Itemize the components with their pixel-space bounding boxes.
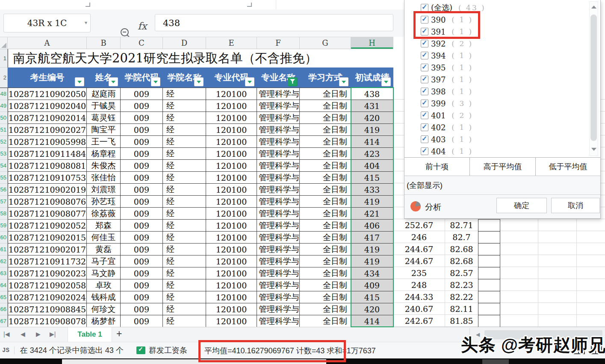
cancel-button[interactable]: 取消 bbox=[551, 198, 600, 213]
first-sheet-icon[interactable]: |◀ bbox=[3, 331, 9, 338]
cell-major-code[interactable]: 120100 bbox=[206, 267, 257, 279]
filter-list-item[interactable]: ✓ (全选) ( 43 ) bbox=[404, 2, 586, 14]
checkbox-checked[interactable]: ✓ bbox=[421, 40, 428, 47]
bordered-empty-column[interactable] bbox=[478, 219, 500, 327]
cell-college-name[interactable]: 经 bbox=[163, 184, 206, 196]
top-ten-button[interactable]: 前十项 bbox=[404, 158, 470, 176]
fx-icon[interactable]: fx bbox=[138, 21, 147, 32]
cell-score[interactable]: 417 bbox=[351, 232, 393, 244]
row-number[interactable]: 60 bbox=[0, 232, 8, 244]
next-sheet-icon[interactable]: ▶ bbox=[36, 331, 41, 338]
cell-score[interactable]: 419 bbox=[351, 244, 393, 255]
cell-name[interactable]: 钱科成 bbox=[87, 291, 121, 303]
cell-score[interactable]: 438 bbox=[351, 88, 393, 100]
cell-candidate-id[interactable]: 102871210902017 bbox=[8, 244, 87, 255]
cell-candidate-id[interactable]: 102871210902050 bbox=[8, 88, 87, 100]
show-all-link[interactable]: (全部显示) bbox=[404, 176, 600, 195]
cell-college-code[interactable]: 009 bbox=[121, 232, 163, 244]
cell-weighted-score[interactable]: 82.11 bbox=[445, 303, 478, 315]
cell-score[interactable]: 414 bbox=[351, 315, 393, 327]
cell-college-name[interactable]: 经 bbox=[163, 136, 206, 148]
cell-college-code[interactable]: 009 bbox=[121, 172, 163, 184]
name-box[interactable]: 43R x 1C ▾ bbox=[3, 14, 91, 32]
filter-list-item[interactable]: ✓ 401 ( 2 ) bbox=[404, 109, 586, 121]
cell-candidate-id[interactable]: 102871210902027 bbox=[8, 124, 87, 136]
cell-candidate-id[interactable]: 102871210908077 bbox=[8, 208, 87, 220]
header-college-name[interactable]: 学院名称 bbox=[163, 68, 206, 88]
row-number[interactable]: 67 bbox=[0, 315, 8, 327]
cell-college-name[interactable]: 经 bbox=[163, 148, 206, 160]
cell-major-name[interactable]: 管理科学与 bbox=[257, 172, 300, 184]
cell-major-code[interactable]: 120100 bbox=[206, 160, 257, 172]
prev-sheet-icon[interactable]: ◀ bbox=[21, 331, 25, 338]
cell-college-code[interactable]: 009 bbox=[121, 303, 163, 315]
cell-study-mode[interactable]: 全日制 bbox=[300, 291, 351, 303]
zoom-out-icon[interactable] bbox=[121, 28, 129, 36]
row-number[interactable]: 1 bbox=[0, 49, 8, 68]
cell-score[interactable]: 415 bbox=[351, 291, 393, 303]
cell-college-name[interactable]: 经 bbox=[163, 100, 206, 112]
filter-list-item[interactable]: ✓ 402 ( 1 ) bbox=[404, 121, 586, 133]
analyze-button[interactable]: 分析 bbox=[425, 202, 441, 213]
cell-name[interactable]: 于铖昊 bbox=[87, 100, 121, 112]
cell-college-code[interactable]: 009 bbox=[121, 244, 163, 255]
cell-study-mode[interactable]: 全日制 bbox=[300, 255, 351, 267]
cell-college-name[interactable]: 经 bbox=[163, 267, 206, 279]
cell-college-code[interactable]: 009 bbox=[121, 279, 163, 291]
above-average-button[interactable]: 高于平均值 bbox=[470, 158, 536, 176]
cell-major-name[interactable]: 管理科学与 bbox=[257, 291, 300, 303]
envelope-icon[interactable]: ✓ bbox=[136, 346, 145, 354]
cell-candidate-id[interactable]: 102871210908078 bbox=[8, 315, 87, 327]
filter-active-funnel-button[interactable] bbox=[288, 77, 297, 86]
checkbox-checked[interactable]: ✓ bbox=[421, 64, 428, 71]
cell-major-name[interactable]: 管理科学与 bbox=[257, 244, 300, 255]
cell-weighted-score[interactable]: 82.23 bbox=[445, 279, 478, 291]
header-study-mode[interactable]: 学习方式 bbox=[300, 68, 351, 88]
cell-study-mode[interactable]: 全日制 bbox=[300, 172, 351, 184]
cell-college-code[interactable]: 009 bbox=[121, 255, 163, 267]
cell-candidate-id[interactable]: 102871210902015 bbox=[8, 232, 87, 244]
active-sheet-tab[interactable]: Table 1 bbox=[68, 327, 112, 342]
cell-study-mode[interactable]: 全日制 bbox=[300, 112, 351, 124]
cell-candidate-id[interactable]: 102871210911732 bbox=[8, 255, 87, 267]
row-number[interactable]: 2 bbox=[0, 68, 8, 88]
cell-weighted-score[interactable]: 82.57 bbox=[445, 267, 478, 279]
cell-college-code[interactable]: 009 bbox=[121, 100, 163, 112]
cell-study-mode[interactable]: 全日制 bbox=[300, 184, 351, 196]
cell-college-code[interactable]: 009 bbox=[121, 208, 163, 220]
scroll-up-icon[interactable] bbox=[591, 6, 596, 9]
header-college-code[interactable]: 学院代码 bbox=[121, 68, 163, 88]
filter-dropdown-button[interactable] bbox=[194, 77, 204, 86]
cell-college-code[interactable]: 009 bbox=[121, 124, 163, 136]
cell-major-code[interactable]: 120100 bbox=[206, 100, 257, 112]
column-header-a[interactable]: A bbox=[8, 37, 87, 49]
cell-major-name[interactable]: 管理科学与 bbox=[257, 279, 300, 291]
row-number[interactable]: 54 bbox=[0, 160, 8, 172]
cell-major-name[interactable]: 管理科学与 bbox=[257, 184, 300, 196]
cell-weighted-score[interactable]: 82.7 bbox=[445, 231, 478, 243]
cell-score[interactable]: 404 bbox=[351, 160, 393, 172]
cell-college-name[interactable]: 经 bbox=[163, 220, 206, 232]
cell-retest-total[interactable]: 248 bbox=[393, 279, 445, 291]
checkbox-checked[interactable]: ✓ bbox=[421, 135, 428, 143]
cell-major-name[interactable]: 管理科学与 bbox=[257, 267, 300, 279]
cell-weighted-score[interactable]: 82.68 bbox=[445, 255, 478, 267]
cell-retest-total[interactable]: 252.67 bbox=[393, 219, 445, 231]
cell-major-name[interactable]: 管理科学与 bbox=[257, 148, 300, 160]
filter-dropdown-button[interactable] bbox=[339, 77, 348, 86]
cell-study-mode[interactable]: 全日制 bbox=[300, 315, 351, 327]
filter-dropdown-button[interactable] bbox=[109, 77, 118, 86]
cell-name[interactable]: 葛灵钰 bbox=[87, 112, 121, 124]
cell-major-code[interactable]: 120100 bbox=[206, 279, 257, 291]
cell-study-mode[interactable]: 全日制 bbox=[300, 267, 351, 279]
cell-candidate-id[interactable]: 102871210908845 bbox=[8, 303, 87, 315]
cell-weighted-score[interactable]: 81.85 bbox=[445, 315, 478, 327]
cell-major-code[interactable]: 120100 bbox=[206, 315, 257, 327]
cell-study-mode[interactable]: 全日制 bbox=[300, 160, 351, 172]
row-number[interactable]: 52 bbox=[0, 136, 8, 148]
cell-college-code[interactable]: 009 bbox=[121, 184, 163, 196]
js-macro-icon[interactable]: JS bbox=[2, 347, 9, 354]
cell-college-name[interactable]: 经 bbox=[163, 208, 206, 220]
checkbox-checked[interactable]: ✓ bbox=[421, 76, 428, 83]
row-number[interactable]: 62 bbox=[0, 255, 8, 267]
